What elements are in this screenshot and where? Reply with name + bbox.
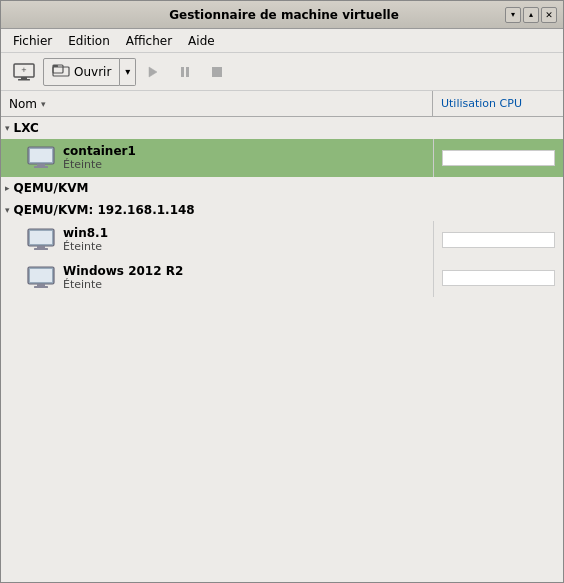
close-button[interactable]: ✕ — [541, 7, 557, 23]
svg-rect-18 — [34, 248, 48, 250]
pause-button[interactable] — [170, 58, 200, 86]
svg-rect-21 — [37, 284, 45, 286]
play-button[interactable] — [138, 58, 168, 86]
vm-info-win81: win8.1 Éteinte — [63, 226, 433, 253]
group-lxc[interactable]: ▾ LXC — [1, 117, 563, 139]
vm-icon-win81 — [25, 224, 57, 256]
list-header: Nom ▾ Utilisation CPU — [1, 91, 563, 117]
menu-afficher[interactable]: Afficher — [118, 32, 180, 50]
open-button[interactable]: Ouvrir — [43, 58, 120, 86]
cpu-bar-win81 — [442, 232, 555, 248]
open-label: Ouvrir — [74, 65, 111, 79]
monitor-icon-win2012 — [27, 266, 55, 290]
svg-rect-14 — [34, 166, 48, 168]
vm-icon-win2012 — [25, 262, 57, 294]
window-title: Gestionnaire de machine virtuelle — [63, 8, 505, 22]
vm-name-win2012: Windows 2012 R2 — [63, 264, 433, 278]
title-bar-buttons: ▾ ▴ ✕ — [505, 7, 557, 23]
open-dropdown-button[interactable]: ▾ — [120, 58, 136, 86]
col-name-label: Nom — [9, 97, 37, 111]
stop-button[interactable] — [202, 58, 232, 86]
vm-name-container1: container1 — [63, 144, 433, 158]
svg-rect-10 — [212, 67, 222, 77]
svg-rect-16 — [30, 231, 52, 244]
open-icon — [52, 64, 70, 80]
vm-cpu-win2012 — [433, 259, 563, 297]
monitor-icon-win81 — [27, 228, 55, 252]
svg-rect-12 — [30, 149, 52, 162]
minimize-button[interactable]: ▾ — [505, 7, 521, 23]
col-name-header[interactable]: Nom ▾ — [1, 91, 433, 116]
vm-row-win2012[interactable]: Windows 2012 R2 Éteinte — [1, 259, 563, 297]
toolbar: + Ouvrir ▾ — [1, 53, 563, 91]
svg-rect-9 — [186, 67, 189, 77]
title-bar: Gestionnaire de machine virtuelle ▾ ▴ ✕ — [1, 1, 563, 29]
play-icon — [146, 65, 160, 79]
main-window: Gestionnaire de machine virtuelle ▾ ▴ ✕ … — [0, 0, 564, 583]
svg-rect-5 — [53, 67, 69, 76]
svg-rect-2 — [18, 79, 30, 81]
stop-icon — [210, 65, 224, 79]
svg-rect-13 — [37, 164, 45, 166]
col-cpu-label: Utilisation CPU — [441, 97, 522, 110]
svg-marker-7 — [149, 67, 157, 77]
group-qemu-remote-label: QEMU/KVM: 192.168.1.148 — [14, 203, 195, 217]
menu-edition[interactable]: Edition — [60, 32, 118, 50]
vm-name-win81: win8.1 — [63, 226, 433, 240]
maximize-button[interactable]: ▴ — [523, 7, 539, 23]
new-vm-button[interactable]: + — [7, 58, 41, 86]
svg-rect-22 — [34, 286, 48, 288]
vm-cpu-container1 — [433, 139, 563, 177]
monitor-icon — [27, 146, 55, 170]
svg-rect-17 — [37, 246, 45, 248]
vm-row-win81[interactable]: win8.1 Éteinte — [1, 221, 563, 259]
group-qemu-local[interactable]: ▸ QEMU/KVM — [1, 177, 563, 199]
vm-status-container1: Éteinte — [63, 158, 433, 171]
vm-status-win2012: Éteinte — [63, 278, 433, 291]
col-name-sort-icon: ▾ — [41, 99, 46, 109]
col-cpu-header[interactable]: Utilisation CPU — [433, 91, 563, 116]
vm-row-container1[interactable]: container1 Éteinte — [1, 139, 563, 177]
menu-bar: Fichier Edition Afficher Aide — [1, 29, 563, 53]
new-vm-icon: + — [13, 63, 35, 81]
group-qemu-local-label: QEMU/KVM — [14, 181, 89, 195]
svg-rect-8 — [181, 67, 184, 77]
group-qemu-remote-arrow: ▾ — [5, 205, 10, 215]
vm-cpu-win81 — [433, 221, 563, 259]
dropdown-arrow-icon: ▾ — [125, 66, 130, 77]
svg-rect-20 — [30, 269, 52, 282]
svg-rect-6 — [53, 65, 58, 67]
group-lxc-label: LXC — [14, 121, 39, 135]
vm-list: ▾ LXC container1 Éteinte ▸ — [1, 117, 563, 582]
cpu-bar-win2012 — [442, 270, 555, 286]
vm-info-win2012: Windows 2012 R2 Éteinte — [63, 264, 433, 291]
group-qemu-local-arrow: ▸ — [5, 183, 10, 193]
svg-text:+: + — [21, 66, 27, 74]
cpu-bar-container1 — [442, 150, 555, 166]
menu-fichier[interactable]: Fichier — [5, 32, 60, 50]
vm-icon-container1 — [25, 142, 57, 174]
vm-info-container1: container1 Éteinte — [63, 144, 433, 171]
group-qemu-remote[interactable]: ▾ QEMU/KVM: 192.168.1.148 — [1, 199, 563, 221]
group-lxc-arrow: ▾ — [5, 123, 10, 133]
open-button-group: Ouvrir ▾ — [43, 58, 136, 86]
svg-rect-1 — [21, 77, 27, 79]
menu-aide[interactable]: Aide — [180, 32, 223, 50]
pause-icon — [178, 65, 192, 79]
vm-status-win81: Éteinte — [63, 240, 433, 253]
